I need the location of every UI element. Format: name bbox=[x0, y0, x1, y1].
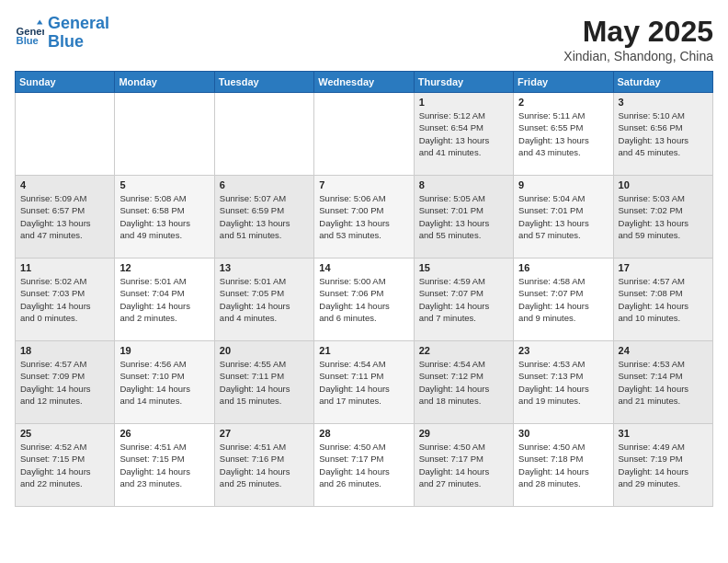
calendar-week-1: 1Sunrise: 5:12 AM Sunset: 6:54 PM Daylig… bbox=[16, 93, 713, 176]
calendar-day-17: 17Sunrise: 4:57 AM Sunset: 7:08 PM Dayli… bbox=[613, 259, 712, 341]
day-number: 28 bbox=[319, 428, 408, 439]
day-info: Sunrise: 4:56 AM Sunset: 7:10 PM Dayligh… bbox=[119, 358, 209, 407]
calendar-header: SundayMondayTuesdayWednesdayThursdayFrid… bbox=[16, 72, 713, 93]
empty-cell bbox=[314, 93, 414, 176]
day-number: 11 bbox=[20, 262, 109, 273]
location: Xindian, Shandong, China bbox=[563, 49, 713, 63]
day-number: 17 bbox=[619, 262, 708, 273]
day-info: Sunrise: 4:53 AM Sunset: 7:13 PM Dayligh… bbox=[518, 358, 608, 407]
day-number: 9 bbox=[518, 179, 608, 190]
day-number: 5 bbox=[119, 179, 209, 190]
calendar-day-25: 25Sunrise: 4:52 AM Sunset: 7:15 PM Dayli… bbox=[16, 424, 115, 507]
day-number: 1 bbox=[419, 97, 508, 108]
day-info: Sunrise: 5:07 AM Sunset: 6:59 PM Dayligh… bbox=[220, 192, 309, 241]
calendar-day-15: 15Sunrise: 4:59 AM Sunset: 7:07 PM Dayli… bbox=[414, 259, 513, 341]
day-info: Sunrise: 4:51 AM Sunset: 7:16 PM Dayligh… bbox=[220, 441, 309, 489]
month-title: May 2025 bbox=[563, 15, 713, 49]
calendar-day-7: 7Sunrise: 5:06 AM Sunset: 7:00 PM Daylig… bbox=[314, 176, 414, 259]
day-number: 8 bbox=[419, 179, 508, 190]
day-info: Sunrise: 5:04 AM Sunset: 7:01 PM Dayligh… bbox=[518, 192, 608, 241]
weekday-header-saturday: Saturday bbox=[613, 72, 712, 93]
day-info: Sunrise: 4:50 AM Sunset: 7:17 PM Dayligh… bbox=[319, 441, 408, 489]
day-number: 25 bbox=[20, 428, 109, 439]
weekday-header-friday: Friday bbox=[514, 72, 613, 93]
logo-icon: General Blue bbox=[15, 18, 44, 48]
day-info: Sunrise: 5:08 AM Sunset: 6:58 PM Dayligh… bbox=[119, 192, 209, 241]
svg-text:Blue: Blue bbox=[17, 35, 39, 46]
empty-cell bbox=[214, 93, 313, 176]
page-header: General Blue GeneralBlue May 2025 Xindia… bbox=[15, 15, 713, 63]
day-info: Sunrise: 5:09 AM Sunset: 6:57 PM Dayligh… bbox=[20, 192, 109, 241]
day-number: 14 bbox=[319, 262, 408, 273]
calendar-day-24: 24Sunrise: 4:53 AM Sunset: 7:14 PM Dayli… bbox=[613, 341, 712, 424]
day-info: Sunrise: 5:12 AM Sunset: 6:54 PM Dayligh… bbox=[419, 109, 508, 158]
day-number: 24 bbox=[619, 345, 708, 356]
weekday-header-wednesday: Wednesday bbox=[314, 72, 414, 93]
day-number: 12 bbox=[119, 262, 209, 273]
calendar-week-2: 4Sunrise: 5:09 AM Sunset: 6:57 PM Daylig… bbox=[16, 176, 713, 259]
calendar-day-31: 31Sunrise: 4:49 AM Sunset: 7:19 PM Dayli… bbox=[613, 424, 712, 507]
day-info: Sunrise: 4:57 AM Sunset: 7:08 PM Dayligh… bbox=[619, 275, 708, 324]
title-block: May 2025 Xindian, Shandong, China bbox=[563, 15, 713, 63]
calendar-day-19: 19Sunrise: 4:56 AM Sunset: 7:10 PM Dayli… bbox=[115, 341, 214, 424]
calendar-day-9: 9Sunrise: 5:04 AM Sunset: 7:01 PM Daylig… bbox=[514, 176, 613, 259]
day-number: 13 bbox=[220, 262, 309, 273]
day-info: Sunrise: 4:57 AM Sunset: 7:09 PM Dayligh… bbox=[20, 358, 109, 407]
day-info: Sunrise: 4:50 AM Sunset: 7:17 PM Dayligh… bbox=[419, 441, 508, 489]
empty-cell bbox=[115, 93, 214, 176]
day-number: 20 bbox=[220, 345, 309, 356]
calendar-day-28: 28Sunrise: 4:50 AM Sunset: 7:17 PM Dayli… bbox=[314, 424, 414, 507]
calendar-day-23: 23Sunrise: 4:53 AM Sunset: 7:13 PM Dayli… bbox=[514, 341, 613, 424]
day-info: Sunrise: 5:11 AM Sunset: 6:55 PM Dayligh… bbox=[518, 109, 608, 158]
calendar-day-10: 10Sunrise: 5:03 AM Sunset: 7:02 PM Dayli… bbox=[613, 176, 712, 259]
weekday-row: SundayMondayTuesdayWednesdayThursdayFrid… bbox=[16, 72, 713, 93]
calendar-week-3: 11Sunrise: 5:02 AM Sunset: 7:03 PM Dayli… bbox=[16, 259, 713, 341]
day-number: 21 bbox=[319, 345, 408, 356]
day-info: Sunrise: 5:00 AM Sunset: 7:06 PM Dayligh… bbox=[319, 275, 408, 324]
day-number: 15 bbox=[419, 262, 508, 273]
day-number: 30 bbox=[518, 428, 608, 439]
calendar-day-16: 16Sunrise: 4:58 AM Sunset: 7:07 PM Dayli… bbox=[514, 259, 613, 341]
day-number: 2 bbox=[518, 97, 608, 108]
day-info: Sunrise: 5:05 AM Sunset: 7:01 PM Dayligh… bbox=[419, 192, 508, 241]
day-info: Sunrise: 4:58 AM Sunset: 7:07 PM Dayligh… bbox=[518, 275, 608, 324]
day-info: Sunrise: 4:59 AM Sunset: 7:07 PM Dayligh… bbox=[419, 275, 508, 324]
day-info: Sunrise: 4:55 AM Sunset: 7:11 PM Dayligh… bbox=[220, 358, 309, 407]
calendar-day-6: 6Sunrise: 5:07 AM Sunset: 6:59 PM Daylig… bbox=[214, 176, 313, 259]
day-number: 18 bbox=[20, 345, 109, 356]
calendar-day-4: 4Sunrise: 5:09 AM Sunset: 6:57 PM Daylig… bbox=[16, 176, 115, 259]
weekday-header-tuesday: Tuesday bbox=[214, 72, 313, 93]
day-info: Sunrise: 5:06 AM Sunset: 7:00 PM Dayligh… bbox=[319, 192, 408, 241]
day-number: 29 bbox=[419, 428, 508, 439]
day-number: 19 bbox=[119, 345, 209, 356]
day-info: Sunrise: 4:54 AM Sunset: 7:12 PM Dayligh… bbox=[419, 358, 508, 407]
calendar-table: SundayMondayTuesdayWednesdayThursdayFrid… bbox=[15, 71, 713, 507]
calendar-day-13: 13Sunrise: 5:01 AM Sunset: 7:05 PM Dayli… bbox=[214, 259, 313, 341]
day-info: Sunrise: 4:52 AM Sunset: 7:15 PM Dayligh… bbox=[20, 441, 109, 489]
logo: General Blue GeneralBlue bbox=[15, 15, 109, 52]
calendar-day-1: 1Sunrise: 5:12 AM Sunset: 6:54 PM Daylig… bbox=[414, 93, 513, 176]
empty-cell bbox=[16, 93, 115, 176]
calendar-day-21: 21Sunrise: 4:54 AM Sunset: 7:11 PM Dayli… bbox=[314, 341, 414, 424]
calendar-day-2: 2Sunrise: 5:11 AM Sunset: 6:55 PM Daylig… bbox=[514, 93, 613, 176]
day-number: 4 bbox=[20, 179, 109, 190]
day-info: Sunrise: 5:02 AM Sunset: 7:03 PM Dayligh… bbox=[20, 275, 109, 324]
day-number: 27 bbox=[220, 428, 309, 439]
weekday-header-sunday: Sunday bbox=[16, 72, 115, 93]
day-number: 6 bbox=[220, 179, 309, 190]
day-info: Sunrise: 5:01 AM Sunset: 7:04 PM Dayligh… bbox=[119, 275, 209, 324]
day-number: 31 bbox=[619, 428, 708, 439]
logo-text: GeneralBlue bbox=[48, 15, 109, 52]
day-info: Sunrise: 4:51 AM Sunset: 7:15 PM Dayligh… bbox=[119, 441, 209, 489]
day-info: Sunrise: 5:01 AM Sunset: 7:05 PM Dayligh… bbox=[220, 275, 309, 324]
calendar-week-5: 25Sunrise: 4:52 AM Sunset: 7:15 PM Dayli… bbox=[16, 424, 713, 507]
calendar-day-5: 5Sunrise: 5:08 AM Sunset: 6:58 PM Daylig… bbox=[115, 176, 214, 259]
svg-marker-2 bbox=[37, 19, 42, 24]
weekday-header-monday: Monday bbox=[115, 72, 214, 93]
calendar-day-3: 3Sunrise: 5:10 AM Sunset: 6:56 PM Daylig… bbox=[613, 93, 712, 176]
day-number: 23 bbox=[518, 345, 608, 356]
calendar-day-29: 29Sunrise: 4:50 AM Sunset: 7:17 PM Dayli… bbox=[414, 424, 513, 507]
calendar-day-26: 26Sunrise: 4:51 AM Sunset: 7:15 PM Dayli… bbox=[115, 424, 214, 507]
calendar-day-20: 20Sunrise: 4:55 AM Sunset: 7:11 PM Dayli… bbox=[214, 341, 313, 424]
calendar-day-8: 8Sunrise: 5:05 AM Sunset: 7:01 PM Daylig… bbox=[414, 176, 513, 259]
